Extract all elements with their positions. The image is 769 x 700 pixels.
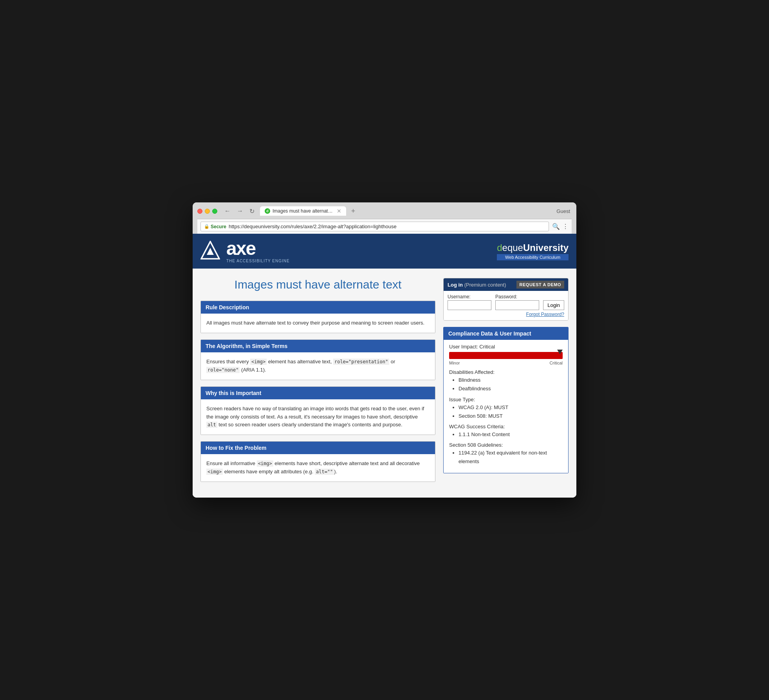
- deque-university-subtitle: Web Accessibility Curriculum: [497, 254, 569, 260]
- back-button[interactable]: ←: [222, 207, 233, 216]
- address-bar[interactable]: 🔒 Secure https://dequeuniversity.com/rul…: [200, 222, 549, 231]
- browser-chrome: ← → ↻ d Images must have alternate te… ✕…: [193, 202, 576, 234]
- secure-badge: 🔒 Secure: [204, 224, 226, 229]
- disabilities-section: Disabilities Affected: Blindness Deafbli…: [449, 369, 563, 393]
- username-label: Username:: [448, 294, 491, 299]
- username-field: Username:: [448, 294, 491, 310]
- tab-bar: d Images must have alternate te… ✕ +: [260, 206, 556, 216]
- password-field: Password:: [495, 294, 539, 310]
- algorithm-header: The Algorithm, in Simple Terms: [201, 340, 435, 352]
- lock-icon: 🔒: [204, 224, 209, 229]
- disabilities-list: Blindness Deafblindness: [449, 376, 563, 393]
- wcag-section: WCAG Success Criteria: 1.1.1 Non-text Co…: [449, 424, 563, 439]
- premium-label: (Premium content): [464, 282, 506, 288]
- img-tag-code-fix: <img>: [257, 460, 273, 467]
- algorithm-title: The Algorithm, in Simple Terms: [206, 343, 287, 349]
- tab-close-icon[interactable]: ✕: [337, 208, 341, 214]
- role-none-code: role="none": [206, 367, 240, 373]
- traffic-lights: [197, 209, 217, 214]
- tab-title: Images must have alternate te…: [273, 208, 334, 214]
- section508-heading: Section 508 Guidelines:: [449, 442, 563, 448]
- minimize-button[interactable]: [205, 209, 210, 214]
- alt-empty-code: alt="": [315, 469, 334, 475]
- forgot-password-link[interactable]: Forgot Password?: [448, 312, 564, 317]
- alt-code: alt: [206, 422, 217, 428]
- rule-description-body: All images must have alternate text to c…: [201, 314, 435, 333]
- login-box: Log in (Premium content) REQUEST A DEMO …: [443, 278, 569, 321]
- deque-university-branding: dequeUniversity Web Accessibility Curric…: [497, 242, 569, 260]
- list-item: Section 508: MUST: [459, 412, 563, 420]
- how-to-fix-body: Ensure all informative <img> elements ha…: [201, 454, 435, 482]
- menu-icon[interactable]: ⋮: [562, 223, 569, 230]
- refresh-button[interactable]: ↻: [247, 207, 257, 216]
- why-important-header: Why this is Important: [201, 387, 435, 399]
- list-item: WCAG 2.0 (A): MUST: [459, 403, 563, 412]
- algorithm-body: Ensures that every <img> element has alt…: [201, 352, 435, 380]
- role-presentation-code: role="presentation": [333, 359, 389, 365]
- impact-max-label: Critical: [549, 361, 563, 365]
- nav-buttons: ← → ↻: [222, 207, 257, 216]
- page-content: axe THE ACCESSIBILITY ENGINE dequeUniver…: [193, 234, 576, 497]
- url-full: https://dequeuniversity.com/rules/axe/2.…: [229, 224, 397, 229]
- issue-type-list: WCAG 2.0 (A): MUST Section 508: MUST: [449, 403, 563, 420]
- browser-window: ← → ↻ d Images must have alternate te… ✕…: [193, 202, 576, 497]
- rule-description-text: All images must have alternate text to c…: [206, 320, 424, 326]
- wcag-list: 1.1.1 Non-text Content: [449, 430, 563, 439]
- list-item: 1.1.1 Non-text Content: [459, 430, 563, 439]
- list-item: Deafblindness: [459, 384, 563, 393]
- rule-description-header: Rule Description: [201, 301, 435, 314]
- rule-description-title: Rule Description: [206, 304, 249, 310]
- password-label: Password:: [495, 294, 539, 299]
- address-bar-row: 🔒 Secure https://dequeuniversity.com/rul…: [197, 219, 572, 234]
- why-important-title: Why this is Important: [206, 390, 261, 396]
- algorithm-card: The Algorithm, in Simple Terms Ensures t…: [200, 339, 435, 380]
- axe-logo-text: axe: [226, 239, 255, 258]
- request-demo-button[interactable]: REQUEST A DEMO: [516, 281, 564, 289]
- main-layout: Images must have alternate text Rule Des…: [193, 269, 576, 497]
- forward-button[interactable]: →: [235, 207, 246, 216]
- new-tab-button[interactable]: +: [348, 206, 359, 216]
- username-input[interactable]: [448, 300, 491, 310]
- axe-branding: axe THE ACCESSIBILITY ENGINE: [226, 239, 290, 263]
- page-title: Images must have alternate text: [200, 278, 435, 291]
- impact-bar: [449, 352, 563, 359]
- svg-marker-1: [207, 248, 214, 255]
- list-item: 1194.22 (a) Text equivalent for non-text…: [459, 449, 563, 466]
- left-column: Images must have alternate text Rule Des…: [200, 278, 435, 488]
- section508-list: 1194.22 (a) Text equivalent for non-text…: [449, 449, 563, 466]
- impact-min-label: Minor: [449, 361, 460, 365]
- maximize-button[interactable]: [212, 209, 217, 214]
- user-impact-value: Critical: [479, 344, 495, 350]
- deque-rest: eque: [502, 242, 523, 253]
- password-input[interactable]: [495, 300, 539, 310]
- site-header: axe THE ACCESSIBILITY ENGINE dequeUniver…: [193, 234, 576, 269]
- user-impact-label: User Impact: Critical: [449, 344, 563, 350]
- axe-tagline: THE ACCESSIBILITY ENGINE: [226, 259, 290, 263]
- section508-section: Section 508 Guidelines: 1194.22 (a) Text…: [449, 442, 563, 466]
- address-actions: 🔍 ⋮: [552, 223, 569, 230]
- login-label: Log in: [448, 282, 463, 288]
- logo-area: axe THE ACCESSIBILITY ENGINE: [200, 239, 290, 263]
- deque-university-title: dequeUniversity: [497, 242, 569, 253]
- secure-label: Secure: [211, 224, 226, 229]
- compliance-box: Compliance Data & User Impact User Impac…: [443, 327, 569, 473]
- active-tab[interactable]: d Images must have alternate te… ✕: [260, 206, 346, 216]
- compliance-body: User Impact: Critical Minor Critical: [444, 340, 568, 473]
- impact-slider: [449, 352, 563, 359]
- how-to-fix-card: How to Fix the Problem Ensure all inform…: [200, 441, 435, 482]
- deque-d: d: [497, 242, 502, 253]
- img-tag-code-fix2: <img>: [206, 469, 223, 475]
- rule-description-card: Rule Description All images must have al…: [200, 301, 435, 333]
- close-button[interactable]: [197, 209, 202, 214]
- login-form: Username: Password: Login Forgot Passwor…: [444, 291, 568, 320]
- wcag-heading: WCAG Success Criteria:: [449, 424, 563, 429]
- login-button[interactable]: Login: [543, 300, 564, 310]
- disabilities-heading: Disabilities Affected:: [449, 369, 563, 375]
- impact-marker: [557, 350, 563, 354]
- how-to-fix-header: How to Fix the Problem: [201, 442, 435, 454]
- issue-type-section: Issue Type: WCAG 2.0 (A): MUST Section 5…: [449, 397, 563, 420]
- list-item: Blindness: [459, 376, 563, 384]
- why-important-body: Screen readers have no way of translatin…: [201, 399, 435, 435]
- search-icon[interactable]: 🔍: [552, 223, 560, 230]
- impact-labels: Minor Critical: [449, 361, 563, 365]
